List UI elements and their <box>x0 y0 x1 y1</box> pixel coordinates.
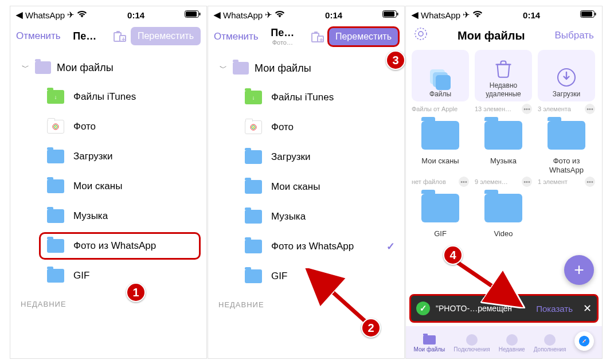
folder-row-photo[interactable]: Фото <box>10 112 206 142</box>
folder-row-whatsapp-photo[interactable]: Фото из WhatsApp <box>10 231 206 261</box>
chevron-down-icon: ﹀ <box>22 62 29 73</box>
addons-icon <box>543 335 557 345</box>
folder-icon <box>245 150 262 164</box>
airplane-icon: ✈ <box>463 10 470 20</box>
close-icon[interactable]: ✕ <box>578 302 592 315</box>
section-recent: НЕДАВНИЕ <box>208 291 404 314</box>
fab-add-button[interactable]: + <box>564 255 594 285</box>
wifi-icon <box>77 10 87 20</box>
folder-icon <box>423 335 436 345</box>
screenshot-3: ◀ WhatsApp ✈ 0:14 Мои файлы Выбрать <box>405 6 603 359</box>
folder-row-whatsapp-photo[interactable]: Фото из WhatsApp ✓ <box>208 232 404 261</box>
safari-icon[interactable] <box>574 331 594 351</box>
card-recently-deleted[interactable]: Недавно удаленные <box>475 50 532 101</box>
tab-my-files[interactable]: Мои файлы <box>414 335 445 353</box>
folder-row-itunes[interactable]: ↓ Файлы iTunes <box>10 82 206 112</box>
folder-icon <box>47 120 64 134</box>
move-button[interactable]: Переместить <box>329 28 398 46</box>
card-downloads[interactable]: Загрузки <box>538 50 595 101</box>
folder-row-gif[interactable]: GIF <box>10 261 206 291</box>
svg-rect-13 <box>581 11 592 17</box>
folder-icon: ↓ <box>47 90 64 104</box>
more-icon[interactable]: ••• <box>522 177 532 187</box>
folder-icon <box>47 150 64 163</box>
back-app-label[interactable]: WhatsApp <box>421 10 460 20</box>
trash-icon <box>493 58 514 81</box>
folder-row-gif[interactable]: GIF <box>208 261 404 291</box>
paste-icon[interactable]: + <box>311 31 324 42</box>
gear-icon[interactable] <box>414 27 428 44</box>
folder-row-photo[interactable]: Фото <box>208 112 404 142</box>
back-caret-icon[interactable]: ◀ <box>16 10 23 20</box>
status-bar: ◀ WhatsApp ✈ 0:14 <box>406 6 602 21</box>
cancel-button[interactable]: Отменить <box>214 31 259 42</box>
more-icon[interactable]: ••• <box>585 104 595 114</box>
folder-icon <box>47 209 64 223</box>
clock: 0:14 <box>325 10 342 20</box>
pinned-subrow: Файлы от Apple 13 элемен…••• 3 элемента•… <box>406 101 602 121</box>
more-icon[interactable]: ••• <box>522 104 532 114</box>
tab-recent[interactable]: Недавние <box>499 335 525 353</box>
callout-badge-4: 4 <box>443 245 463 265</box>
folder-card-music[interactable]: Музыка <box>475 121 532 174</box>
move-header: Отменить Пе… Фото… + Переместить <box>208 21 404 50</box>
svg-rect-8 <box>397 13 398 15</box>
toast-moved: ✓ "PHOTO-…ремещен Показать ✕ <box>410 295 597 322</box>
callout-badge-2: 2 <box>361 318 381 338</box>
connections-icon <box>465 335 479 345</box>
folder-icon <box>245 210 262 224</box>
move-button[interactable]: Переместить <box>131 27 201 45</box>
root-folder-row[interactable]: ﹀ Мои файлы <box>10 53 206 82</box>
folder-icon <box>35 61 51 74</box>
wifi-icon <box>472 10 483 20</box>
back-caret-icon[interactable]: ◀ <box>214 10 221 20</box>
section-recent: НЕДАВНИЕ <box>10 291 206 313</box>
back-app-label[interactable]: WhatsApp <box>25 10 65 20</box>
callout-badge-3: 3 <box>386 50 405 70</box>
move-header: Отменить Пе… + Переместить <box>10 21 206 50</box>
folder-list: ﹀ Мои файлы ↓ Файлы iTunes Фото Загрузки <box>10 50 206 291</box>
folder-row-scans[interactable]: Мои сканы <box>208 172 404 202</box>
callout-badge-1: 1 <box>126 283 146 302</box>
main-header: Мои файлы Выбрать <box>406 21 602 50</box>
folder-list: ﹀ Мои файлы ↓ Файлы iTunes Фото Загрузки <box>208 50 404 291</box>
folder-row-itunes[interactable]: ↓ Файлы iTunes <box>208 83 404 112</box>
select-button[interactable]: Выбрать <box>555 30 594 41</box>
download-icon <box>556 67 577 90</box>
tab-bar: Мои файлы Подключения Недавние Дополнени… <box>406 326 602 358</box>
folder-icon <box>245 269 262 283</box>
back-caret-icon[interactable]: ◀ <box>412 10 419 20</box>
battery-icon <box>382 10 398 19</box>
status-bar: ◀ WhatsApp ✈ 0:14 <box>10 6 206 21</box>
toast-show-button[interactable]: Показать <box>536 304 573 314</box>
folder-row-music[interactable]: Музыка <box>10 201 206 231</box>
page-title: Мои файлы <box>458 29 525 42</box>
paste-icon[interactable]: + <box>114 30 126 42</box>
folder-row-music[interactable]: Музыка <box>208 202 404 232</box>
folder-icon <box>421 194 459 222</box>
more-icon[interactable]: ••• <box>459 177 469 187</box>
folder-row-downloads[interactable]: Загрузки <box>208 142 404 172</box>
clock: 0:14 <box>127 10 144 20</box>
folder-row-downloads[interactable]: Загрузки <box>10 142 206 171</box>
folder-row-scans[interactable]: Мои сканы <box>10 171 206 201</box>
tab-connections[interactable]: Подключения <box>453 335 490 353</box>
cancel-button[interactable]: Отменить <box>16 30 61 42</box>
folder-card-scans[interactable]: Мои сканы <box>412 121 469 174</box>
folder-icon <box>47 239 64 253</box>
svg-rect-7 <box>384 11 394 17</box>
svg-point-15 <box>415 28 427 40</box>
screenshot-2: ◀ WhatsApp ✈ 0:14 Отменить Пе… Фото… + П… <box>208 6 405 359</box>
folder-card-whatsapp-photo[interactable]: Фото из WhatsApp <box>538 121 595 174</box>
folder-card-video[interactable]: Video <box>475 194 532 245</box>
root-folder-row[interactable]: ﹀ Мои файлы <box>208 54 404 83</box>
folder-card-gif[interactable]: GIF <box>412 194 469 245</box>
back-app-label[interactable]: WhatsApp <box>223 10 263 20</box>
svg-point-5 <box>55 126 56 127</box>
more-icon[interactable]: ••• <box>585 177 595 187</box>
folder-icon <box>233 62 249 75</box>
airplane-icon: ✈ <box>67 10 75 20</box>
card-files[interactable]: Файлы <box>412 50 469 101</box>
tab-addons[interactable]: Дополнения <box>534 335 566 353</box>
folder-icon <box>245 120 262 134</box>
